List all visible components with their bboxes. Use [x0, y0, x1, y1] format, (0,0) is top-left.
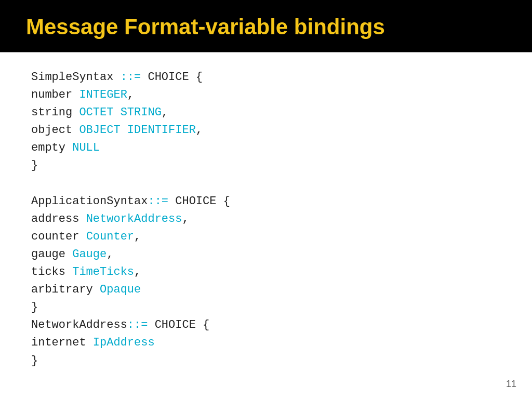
code-line: gauge Gauge,: [31, 246, 501, 263]
code-line: }: [31, 299, 501, 316]
code-line: internet IpAddress: [31, 334, 501, 352]
code-line: NetworkAddress::= CHOICE {: [31, 316, 501, 334]
code-line: empty NULL: [31, 139, 501, 157]
code-line: number INTEGER,: [31, 86, 501, 104]
slide: Message Format-variable bindings SimpleS…: [0, 0, 532, 399]
slide-content: SimpleSyntax ::= CHOICE { number INTEGER…: [0, 53, 532, 399]
code-line: counter Counter,: [31, 228, 501, 246]
code-line: [31, 175, 501, 193]
code-line: SimpleSyntax ::= CHOICE {: [31, 69, 501, 86]
code-line: arbitrary Opaque: [31, 281, 501, 299]
code-block: SimpleSyntax ::= CHOICE { number INTEGER…: [31, 69, 501, 370]
code-line: ticks TimeTicks,: [31, 263, 501, 281]
code-line: string OCTET STRING,: [31, 104, 501, 122]
code-line: ApplicationSyntax::= CHOICE {: [31, 193, 501, 210]
code-line: }: [31, 157, 501, 175]
slide-title: Message Format-variable bindings: [26, 15, 506, 39]
code-line: address NetworkAddress,: [31, 210, 501, 228]
slide-number: 11: [506, 379, 516, 390]
code-line: object OBJECT IDENTIFIER,: [31, 122, 501, 139]
slide-header: Message Format-variable bindings: [0, 0, 532, 53]
code-line: }: [31, 352, 501, 370]
